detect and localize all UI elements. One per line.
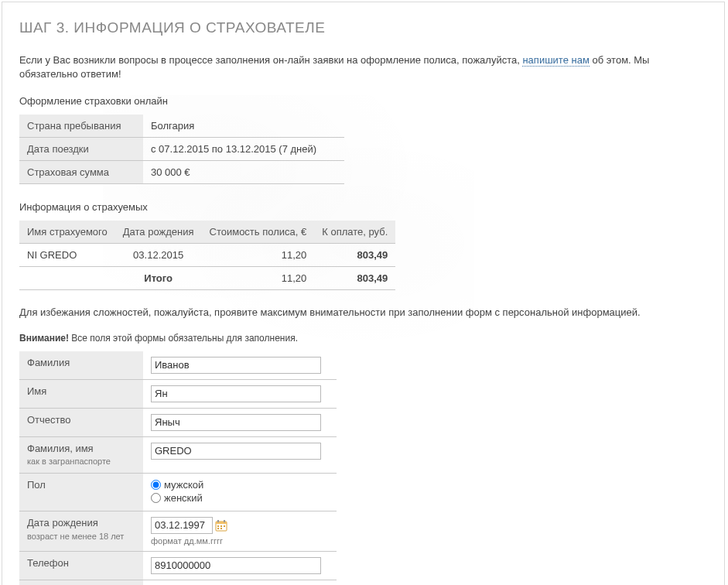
passport-input[interactable]: [151, 443, 321, 460]
cell-cost: 11,20: [202, 244, 315, 267]
dob-label: Дата рождения возраст не менее 18 лет: [19, 511, 143, 551]
col-pay: К оплате, руб.: [314, 221, 395, 244]
passport-label: Фамилия, имя как в загранпаспорте: [19, 436, 143, 473]
col-cost: Стоимость полиса, €: [202, 221, 315, 244]
table-row-total: Итого 11,20 803,49: [19, 267, 395, 290]
phone-input[interactable]: [151, 557, 321, 574]
col-name: Имя страхуемого: [19, 221, 115, 244]
firstname-input[interactable]: [151, 385, 321, 402]
insurer-form: Фамилия Имя Отчество Фамилия, имя как в …: [19, 351, 337, 585]
dates-value: с 07.12.2015 по 13.12.2015 (7 дней): [143, 138, 344, 161]
cell-dob: 03.12.2015: [115, 244, 202, 267]
calendar-icon[interactable]: [214, 519, 228, 532]
table-row: NI GREDO 03.12.2015 11,20 803,49: [19, 244, 395, 267]
intro-pre: Если у Вас возникли вопросы в процессе з…: [19, 54, 522, 66]
cell-pay: 803,49: [314, 244, 395, 267]
lastname-input[interactable]: [151, 357, 321, 374]
insured-table: Имя страхуемого Дата рождения Стоимость …: [19, 221, 395, 290]
subhead-policy: Оформление страховки онлайн: [19, 95, 707, 107]
warning-note: Внимание! Все поля этой формы обязательн…: [19, 333, 707, 344]
dob-hint: возраст не менее 18 лет: [27, 531, 135, 542]
phone-label: Телефон: [19, 551, 143, 580]
patronymic-label: Отчество: [19, 408, 143, 436]
svg-rect-8: [220, 528, 222, 529]
svg-rect-6: [224, 525, 225, 527]
svg-rect-7: [217, 528, 219, 529]
sum-value: 30 000 €: [143, 161, 344, 184]
svg-rect-4: [217, 525, 219, 527]
policy-info-table: Страна пребывания Болгария Дата поездки …: [19, 115, 344, 184]
sum-label: Страховая сумма: [19, 161, 143, 184]
svg-rect-3: [224, 520, 225, 522]
svg-rect-2: [217, 520, 219, 522]
col-dob: Дата рождения: [115, 221, 202, 244]
country-value: Болгария: [143, 115, 344, 138]
gender-male-label: мужской: [164, 479, 203, 491]
total-label: Итого: [115, 267, 202, 290]
attention-note: Для избежания сложностей, пожалуйста, пр…: [19, 306, 707, 320]
email-label: E-mail: [19, 580, 143, 585]
dob-format-hint: формат дд.мм.гггг: [151, 536, 329, 546]
dob-input[interactable]: [151, 517, 213, 534]
gender-label: Пол: [19, 473, 143, 511]
intro-text: Если у Вас возникли вопросы в процессе з…: [19, 53, 707, 81]
total-pay: 803,49: [314, 267, 395, 290]
warning-bold: Внимание!: [19, 333, 69, 344]
dates-label: Дата поездки: [19, 138, 143, 161]
svg-rect-5: [220, 525, 222, 527]
passport-hint: как в загранпаспорте: [27, 456, 135, 467]
lastname-label: Фамилия: [19, 351, 143, 380]
firstname-label: Имя: [19, 379, 143, 408]
country-label: Страна пребывания: [19, 115, 143, 138]
gender-female-label: женский: [164, 492, 203, 504]
gender-female-radio[interactable]: [151, 493, 161, 503]
patronymic-input[interactable]: [151, 414, 321, 431]
gender-male-radio[interactable]: [151, 480, 161, 490]
total-cost: 11,20: [202, 267, 315, 290]
page-title: ШАГ 3. ИНФОРМАЦИЯ О СТРАХОВАТЕЛЕ: [19, 19, 707, 36]
write-us-link[interactable]: напишите нам: [522, 54, 589, 67]
cell-name: NI GREDO: [19, 244, 115, 267]
warning-rest: Все поля этой формы обязательны для запо…: [69, 333, 298, 344]
subhead-insured: Информация о страхуемых: [19, 201, 707, 213]
